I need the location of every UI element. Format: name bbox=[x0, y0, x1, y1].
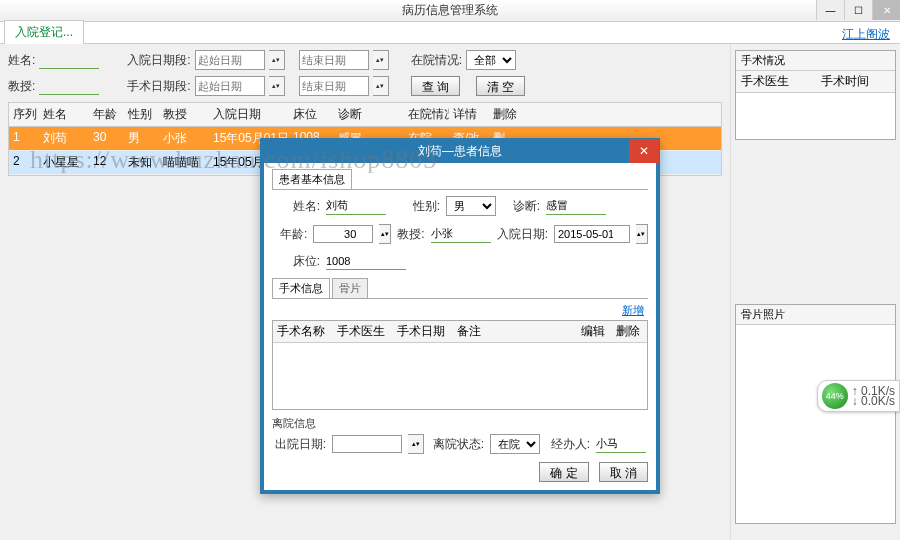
filter-attend-input[interactable] bbox=[39, 77, 99, 95]
dx-field[interactable] bbox=[546, 197, 606, 215]
discharge-section-label: 离院信息 bbox=[272, 416, 648, 431]
add-surgery-link[interactable]: 新增 bbox=[272, 301, 648, 320]
right-sidebar: 手术情况 手术医生手术时间 骨片照片 bbox=[730, 44, 900, 540]
filter-surg-end[interactable] bbox=[299, 76, 369, 96]
filter-surg-start[interactable] bbox=[195, 76, 265, 96]
filter-admit-range-label: 入院日期段: bbox=[127, 52, 190, 69]
cancel-button[interactable]: 取 消 bbox=[599, 462, 648, 482]
spin-icon[interactable]: ▴▾ bbox=[269, 76, 285, 96]
dialog-tab-basic[interactable]: 患者基本信息 bbox=[272, 169, 352, 189]
titlebar: 病历信息管理系统 — ☐ ✕ bbox=[0, 0, 900, 22]
surgery-panel: 手术情况 手术医生手术时间 bbox=[735, 50, 896, 140]
dialog-close-button[interactable]: ✕ bbox=[629, 139, 659, 163]
filter-name-input[interactable] bbox=[39, 51, 99, 69]
tab-admission[interactable]: 入院登记... bbox=[4, 20, 84, 44]
panel-title: 手术情况 bbox=[736, 51, 895, 71]
net-down: ↓ 0.0K/s bbox=[852, 396, 895, 406]
spin-icon[interactable]: ▴▾ bbox=[408, 434, 424, 454]
filter-name-label: 姓名: bbox=[8, 52, 35, 69]
surgery-table: 手术名称 手术医生 手术日期 备注 编辑 删除 bbox=[272, 320, 648, 410]
spin-icon[interactable]: ▴▾ bbox=[636, 224, 648, 244]
app-title: 病历信息管理系统 bbox=[402, 2, 498, 19]
window-close-button[interactable]: ✕ bbox=[872, 0, 900, 20]
document-tabs: 入院登记... 江上阁波 bbox=[0, 22, 900, 44]
name-field[interactable] bbox=[326, 197, 386, 215]
sex-select[interactable]: 男 bbox=[446, 196, 496, 216]
spin-icon[interactable]: ▴▾ bbox=[373, 50, 389, 70]
spin-icon[interactable]: ▴▾ bbox=[379, 224, 391, 244]
minimize-button[interactable]: — bbox=[816, 0, 844, 20]
query-button[interactable]: 查 询 bbox=[411, 76, 460, 96]
ok-button[interactable]: 确 定 bbox=[539, 462, 588, 482]
bed-field[interactable] bbox=[326, 252, 406, 270]
spin-icon[interactable]: ▴▾ bbox=[269, 50, 285, 70]
filter-admit-end[interactable] bbox=[299, 50, 369, 70]
discharge-date-field[interactable] bbox=[332, 435, 402, 453]
grid-header: 序列 姓名 年龄 性别 教授 入院日期 床位 诊断 在院情况 详情 删除 bbox=[9, 103, 721, 127]
patient-dialog: 刘苟—患者信息 ✕ 患者基本信息 姓名: 性别:男 诊断: 年龄:▴▾ 教授: … bbox=[260, 138, 660, 494]
filter-status-select[interactable]: 全部 bbox=[466, 50, 516, 70]
network-widget[interactable]: 44% ↑ 0.1K/s ↓ 0.0K/s bbox=[817, 380, 900, 412]
attend-field[interactable] bbox=[431, 225, 491, 243]
discharge-status-select[interactable]: 在院 bbox=[490, 434, 540, 454]
clear-button[interactable]: 清 空 bbox=[476, 76, 525, 96]
dialog-title: 刘苟—患者信息 bbox=[418, 143, 502, 160]
operator-field[interactable] bbox=[596, 435, 646, 453]
subtab-bone[interactable]: 骨片 bbox=[332, 278, 368, 298]
filter-status-label: 在院情况: bbox=[411, 52, 462, 69]
maximize-button[interactable]: ☐ bbox=[844, 0, 872, 20]
spin-icon[interactable]: ▴▾ bbox=[373, 76, 389, 96]
dialog-titlebar[interactable]: 刘苟—患者信息 ✕ bbox=[261, 139, 659, 163]
filter-attend-label: 教授: bbox=[8, 78, 35, 95]
panel-title: 骨片照片 bbox=[736, 305, 895, 325]
admit-date-field[interactable] bbox=[554, 225, 630, 243]
window-buttons: — ☐ ✕ bbox=[816, 0, 900, 20]
network-percent-icon: 44% bbox=[822, 383, 848, 409]
filter-admit-start[interactable] bbox=[195, 50, 265, 70]
subtab-surgery[interactable]: 手术信息 bbox=[272, 278, 330, 298]
filter-surg-range-label: 手术日期段: bbox=[127, 78, 190, 95]
age-field[interactable] bbox=[313, 225, 373, 243]
corner-link[interactable]: 江上阁波 bbox=[842, 26, 900, 43]
photo-panel: 骨片照片 bbox=[735, 304, 896, 524]
